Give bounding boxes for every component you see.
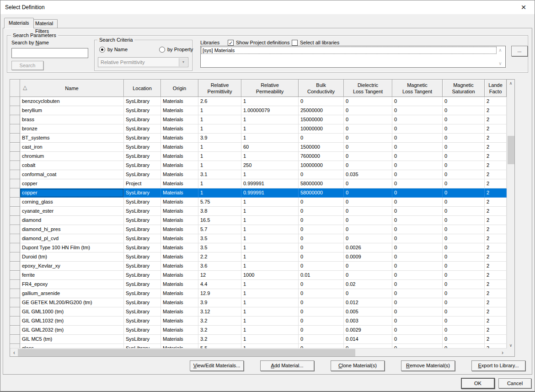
column-header-lande_g_factor[interactable]: LandeFacto bbox=[485, 80, 507, 97]
add-material-button[interactable]: Add Material... bbox=[260, 360, 314, 371]
sort-ascending-icon[interactable]: △ bbox=[23, 84, 27, 91]
scroll-right-icon[interactable]: › bbox=[499, 349, 506, 356]
table-row[interactable]: chromiumSysLibraryMaterials1176000000002 bbox=[10, 152, 507, 161]
library-list-item[interactable]: [sys] Materials bbox=[202, 47, 496, 54]
table-row[interactable]: GE GETEK ML200/RG200 (tm)SysLibraryMater… bbox=[10, 298, 507, 307]
table-corner-cell[interactable] bbox=[10, 80, 20, 97]
more-libraries-button[interactable]: ... bbox=[511, 46, 528, 56]
scroll-up-icon[interactable]: ∧ bbox=[497, 48, 503, 53]
row-selector[interactable] bbox=[10, 234, 20, 243]
column-header-name[interactable]: △Name bbox=[20, 80, 124, 97]
scroll-down-icon[interactable]: ∨ bbox=[497, 61, 503, 66]
clone-material-button[interactable]: Clone Material(s) bbox=[331, 360, 385, 371]
column-header-rel_permeability[interactable]: RelativePermeability bbox=[241, 80, 299, 97]
row-selector[interactable] bbox=[10, 134, 20, 143]
row-selector[interactable] bbox=[10, 326, 20, 335]
row-selector[interactable] bbox=[10, 252, 20, 262]
column-header-origin[interactable]: Origin bbox=[161, 80, 198, 97]
table-row[interactable]: BT_systemsSysLibraryMaterials3.9100002 bbox=[10, 134, 507, 143]
table-row[interactable]: bronzeSysLibraryMaterials11100000000002 bbox=[10, 124, 507, 134]
libraries-listbox[interactable]: [sys] Materials ∧ ∨ bbox=[200, 46, 506, 68]
vertical-scrollbar-thumb[interactable] bbox=[508, 136, 514, 164]
title-bar[interactable]: Select Definition × bbox=[0, 0, 535, 14]
horizontal-scrollbar-thumb[interactable] bbox=[18, 349, 355, 356]
row-selector[interactable] bbox=[10, 216, 20, 225]
row-selector[interactable] bbox=[10, 161, 20, 170]
show-project-definitions-checkbox[interactable]: ✓ bbox=[228, 40, 234, 46]
close-icon[interactable]: × bbox=[516, 1, 531, 13]
table-row[interactable]: Duroid (tm)SysLibraryMaterials2.2100.000… bbox=[10, 252, 507, 262]
table-row[interactable]: cast_ironSysLibraryMaterials160150000000… bbox=[10, 143, 507, 152]
table-row[interactable]: corning_glassSysLibraryMaterials5.751000… bbox=[10, 198, 507, 207]
table-row[interactable]: conformal_coatSysLibraryMaterials3.1100.… bbox=[10, 170, 507, 179]
row-selector[interactable] bbox=[10, 143, 20, 152]
table-row[interactable]: copperProjectMaterials10.999991580000000… bbox=[10, 179, 507, 188]
cell-name: epoxy_Kevlar_xy bbox=[20, 262, 124, 271]
row-selector[interactable] bbox=[10, 225, 20, 234]
table-row[interactable]: epoxy_Kevlar_xySysLibraryMaterials3.6100… bbox=[10, 262, 507, 271]
table-row[interactable]: copperSysLibraryMaterials10.999991580000… bbox=[10, 188, 507, 198]
row-selector[interactable] bbox=[10, 289, 20, 298]
cancel-button[interactable]: Cancel bbox=[498, 378, 531, 388]
tab-material-filters[interactable]: Material Filters bbox=[31, 19, 58, 28]
row-selector[interactable] bbox=[10, 271, 20, 280]
row-selector[interactable] bbox=[10, 124, 20, 134]
by-name-radio[interactable] bbox=[99, 47, 105, 53]
table-row[interactable]: Dupont Type 100 HN Film (tm)SysLibraryMa… bbox=[10, 243, 507, 252]
row-selector[interactable] bbox=[10, 243, 20, 252]
table-row[interactable]: diamond_pl_cvdSysLibraryMaterials3.51000… bbox=[10, 234, 507, 243]
search-input[interactable] bbox=[11, 48, 88, 58]
by-property-radio[interactable] bbox=[159, 47, 165, 53]
table-row[interactable]: cyanate_esterSysLibraryMaterials3.810000… bbox=[10, 207, 507, 216]
table-row[interactable]: diamondSysLibraryMaterials16.5100002 bbox=[10, 216, 507, 225]
row-selector[interactable] bbox=[10, 188, 20, 198]
vertical-scrollbar[interactable]: ∧ ∨ bbox=[507, 80, 514, 349]
table-row[interactable]: diamond_hi_presSysLibraryMaterials5.7100… bbox=[10, 225, 507, 234]
table-row[interactable]: GIL MC5 (tm)SysLibraryMaterials3.2100.01… bbox=[10, 335, 507, 344]
row-selector[interactable] bbox=[10, 198, 20, 207]
table-row[interactable]: GIL GML1032 (tm)SysLibraryMaterials3.210… bbox=[10, 317, 507, 326]
row-selector[interactable] bbox=[10, 207, 20, 216]
remove-material-button[interactable]: Remove Material(s) bbox=[401, 360, 455, 371]
table-row[interactable]: benzocyclobutenSysLibraryMaterials2.6100… bbox=[10, 97, 507, 106]
horizontal-scrollbar[interactable]: ‹ › bbox=[10, 348, 507, 356]
search-button[interactable]: Search bbox=[11, 61, 43, 70]
table-row[interactable]: ferriteSysLibraryMaterials1210000.010002 bbox=[10, 271, 507, 280]
row-selector[interactable] bbox=[10, 115, 20, 124]
table-row[interactable]: FR4_epoxySysLibraryMaterials4.4100.02002 bbox=[10, 280, 507, 289]
select-all-libraries-checkbox[interactable] bbox=[292, 40, 298, 46]
ok-button[interactable]: OK bbox=[461, 378, 494, 388]
tab-materials[interactable]: Materials bbox=[4, 18, 34, 28]
row-selector[interactable] bbox=[10, 97, 20, 106]
scroll-up-icon[interactable]: ∧ bbox=[507, 81, 514, 86]
row-selector[interactable] bbox=[10, 280, 20, 289]
column-header-magnetic_loss_tangent[interactable]: MagneticLoss Tangent bbox=[392, 80, 443, 97]
column-header-dielectric_loss_tangent[interactable]: DielectricLoss Tangent bbox=[344, 80, 392, 97]
column-header-location[interactable]: Location bbox=[124, 80, 161, 97]
table-row[interactable]: gallium_arsenideSysLibraryMaterials12.91… bbox=[10, 289, 507, 298]
view-edit-materials-button[interactable]: View/Edit Materials... bbox=[190, 360, 244, 371]
table-row[interactable]: GIL GML1000 (tm)SysLibraryMaterials3.121… bbox=[10, 307, 507, 317]
row-selector[interactable] bbox=[10, 262, 20, 271]
column-header-rel_permittivity[interactable]: RelativePermittivity bbox=[198, 80, 241, 97]
row-selector[interactable] bbox=[10, 170, 20, 179]
column-header-magnetic_saturation[interactable]: MagneticSaturation bbox=[443, 80, 485, 97]
row-selector[interactable] bbox=[10, 298, 20, 307]
table-row[interactable]: brassSysLibraryMaterials11150000000002 bbox=[10, 115, 507, 124]
row-selector[interactable] bbox=[10, 317, 20, 326]
table-row[interactable]: cobaltSysLibraryMaterials125010000000000… bbox=[10, 161, 507, 170]
column-header-bulk_conductivity[interactable]: BulkConductivity bbox=[299, 80, 344, 97]
property-dropdown[interactable]: Relative Permittivity ▼ bbox=[98, 57, 188, 67]
row-selector[interactable] bbox=[10, 152, 20, 161]
row-selector[interactable] bbox=[10, 335, 20, 344]
scroll-left-icon[interactable]: ‹ bbox=[11, 349, 17, 356]
table-row[interactable]: GIL GML2032 (tm)SysLibraryMaterials3.210… bbox=[10, 326, 507, 335]
scroll-down-icon[interactable]: ∨ bbox=[507, 343, 514, 348]
cell-rel_permittivity: 1 bbox=[198, 188, 241, 198]
row-selector[interactable] bbox=[10, 179, 20, 188]
chevron-down-icon[interactable]: ▼ bbox=[179, 58, 187, 66]
row-selector[interactable] bbox=[10, 307, 20, 317]
table-row[interactable]: berylliumSysLibraryMaterials11.000000792… bbox=[10, 106, 507, 115]
export-to-library-button[interactable]: Export to Library... bbox=[471, 360, 525, 371]
row-selector[interactable] bbox=[10, 106, 20, 115]
